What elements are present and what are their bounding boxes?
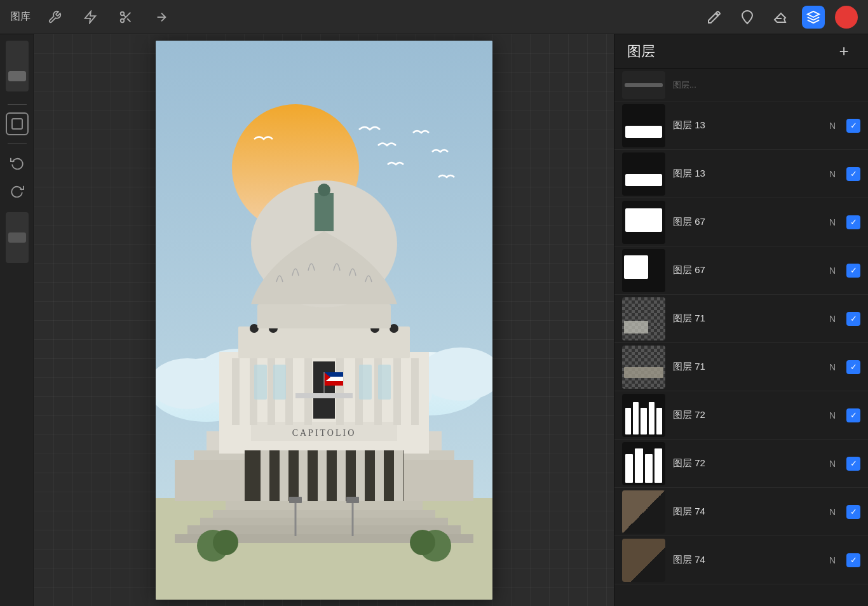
layer-name: 图层 74 (673, 554, 818, 566)
layer-row[interactable]: 图层 13 N ✓ (614, 150, 868, 198)
layer-visibility-toggle[interactable]: ✓ (846, 167, 860, 181)
svg-rect-9 (12, 119, 22, 129)
svg-rect-64 (299, 450, 308, 501)
top-toolbar: 图库 (0, 0, 868, 34)
svg-rect-24 (232, 358, 240, 425)
layer-row[interactable]: 图层 72 N ✓ (614, 440, 868, 488)
svg-rect-28 (304, 358, 312, 425)
layer-visibility-toggle[interactable]: ✓ (846, 312, 860, 326)
brush-size-thumb (8, 71, 26, 81)
svg-rect-29 (336, 358, 344, 425)
svg-rect-80 (346, 497, 359, 503)
svg-rect-46 (238, 327, 410, 358)
layer-row[interactable]: 图层 74 N ✓ (614, 488, 868, 536)
undo-button[interactable] (6, 151, 29, 174)
layer-blend-mode[interactable]: N (826, 314, 839, 324)
svg-rect-63 (280, 450, 288, 501)
wrench-icon[interactable] (43, 6, 66, 29)
layer-name: 图层 72 (673, 409, 818, 421)
arrow-icon[interactable] (150, 6, 173, 29)
layer-row[interactable]: 图层 74 N ✓ (614, 536, 868, 584)
smudge-tool[interactable] (736, 6, 759, 29)
layer-thumbnail (622, 249, 665, 292)
layer-thumbnail (622, 490, 665, 534)
opacity-slider[interactable] (6, 212, 29, 263)
svg-rect-65 (318, 450, 327, 501)
svg-rect-67 (356, 450, 365, 501)
layer-blend-mode[interactable]: N (826, 169, 839, 179)
canvas-image: CAPITOLIO (156, 41, 492, 600)
scissors-icon[interactable] (114, 6, 137, 29)
layer-blend-mode[interactable]: N (826, 121, 839, 131)
brush-size-slider[interactable] (6, 41, 29, 91)
svg-point-54 (318, 184, 330, 196)
svg-rect-53 (315, 193, 334, 231)
layer-visibility-toggle[interactable]: ✓ (846, 408, 860, 422)
canvas-area[interactable]: CAPITOLIO (34, 34, 614, 606)
svg-text:CAPITOLIO: CAPITOLIO (292, 428, 356, 438)
layer-name: 图层 13 (673, 119, 818, 131)
layer-visibility-toggle[interactable]: ✓ (846, 360, 860, 374)
layer-row[interactable]: 图层 67 N ✓ (614, 246, 868, 295)
svg-rect-51 (257, 304, 391, 328)
svg-rect-74 (200, 518, 448, 525)
svg-point-2 (121, 18, 125, 22)
brush-size-slider-container (6, 41, 29, 91)
opacity-thumb (8, 232, 26, 243)
redo-button[interactable] (6, 179, 29, 202)
left-sidebar (0, 34, 34, 606)
layer-visibility-toggle[interactable]: ✓ (846, 119, 860, 133)
layer-row[interactable]: 图层 13 N ✓ (614, 102, 868, 150)
toolbar-right (703, 6, 858, 29)
svg-rect-73 (213, 510, 435, 518)
svg-rect-36 (273, 365, 286, 400)
layer-blend-mode[interactable]: N (826, 459, 839, 469)
canvas-svg: CAPITOLIO (156, 41, 492, 600)
layer-name: 图层 67 (673, 216, 818, 228)
main-area: CAPITOLIO (0, 34, 868, 606)
layer-thumbnail (622, 297, 665, 340)
layers-tool[interactable] (802, 6, 825, 29)
layer-blend-mode[interactable]: N (826, 555, 839, 565)
layer-visibility-toggle[interactable]: ✓ (846, 505, 860, 519)
layers-title: 图层 (627, 42, 655, 61)
magic-icon[interactable] (79, 6, 102, 29)
eraser-tool[interactable] (769, 6, 792, 29)
svg-rect-72 (226, 501, 423, 510)
layer-blend-mode[interactable]: N (826, 217, 839, 227)
svg-rect-33 (411, 358, 419, 425)
layer-row[interactable]: 图层 71 N ✓ (614, 343, 868, 391)
layer-name: 图层 74 (673, 506, 818, 518)
layer-blend-mode[interactable]: N (826, 266, 839, 276)
color-picker[interactable] (835, 6, 858, 29)
svg-point-1 (121, 11, 125, 15)
svg-rect-66 (337, 450, 346, 501)
svg-line-4 (127, 18, 130, 22)
layer-visibility-toggle[interactable]: ✓ (846, 553, 860, 567)
layer-visibility-toggle[interactable]: ✓ (846, 457, 860, 471)
layer-row[interactable]: 图层 67 N ✓ (614, 198, 868, 246)
layer-name: 图层 72 (673, 457, 818, 469)
shape-tool-button[interactable] (6, 112, 29, 135)
svg-point-82 (213, 530, 238, 555)
layer-row[interactable]: 图层... (614, 69, 868, 102)
layers-list: 图层... 图层 13 N ✓ 图层 13 N ✓ (614, 69, 868, 606)
layer-visibility-toggle[interactable]: ✓ (846, 264, 860, 278)
add-layer-button[interactable]: + (832, 40, 855, 63)
brush-tool[interactable] (703, 6, 726, 29)
svg-rect-32 (393, 358, 401, 425)
layer-thumbnail (622, 394, 665, 437)
right-panel: 图层 + 图层... 图层 13 N ✓ (614, 34, 868, 606)
gallery-button[interactable]: 图库 (10, 10, 31, 24)
layer-visibility-toggle[interactable]: ✓ (846, 215, 860, 229)
layer-blend-mode[interactable]: N (826, 410, 839, 421)
layer-row[interactable]: 图层 71 N ✓ (614, 295, 868, 343)
layer-blend-mode[interactable]: N (826, 507, 839, 517)
layer-row[interactable]: 图层 72 N ✓ (614, 391, 868, 440)
layer-thumbnail (622, 152, 665, 196)
layer-thumbnail (622, 442, 665, 485)
layer-thumbnail (622, 104, 665, 147)
svg-rect-27 (285, 358, 293, 425)
layer-blend-mode[interactable]: N (826, 362, 839, 372)
layer-thumbnail (622, 71, 665, 99)
